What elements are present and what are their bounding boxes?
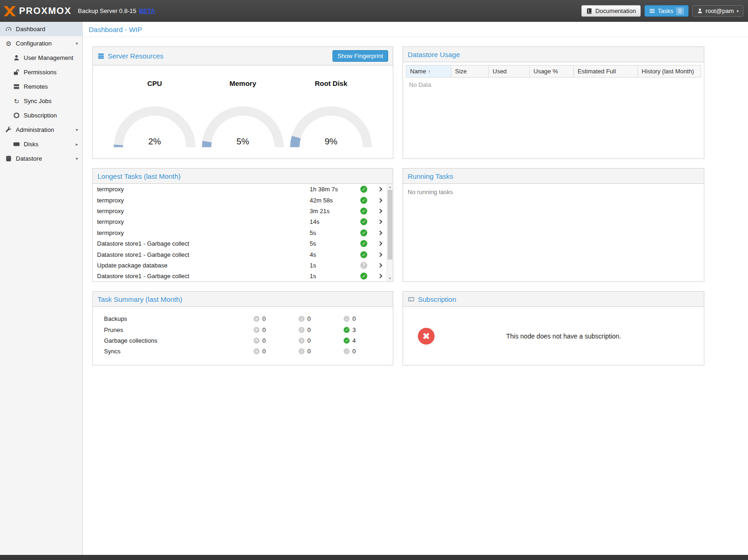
sidebar-item-subscription[interactable]: Subscription (0, 108, 82, 123)
gauge-label: Root Disk (287, 79, 375, 87)
column-header-estimated-full[interactable]: Estimated Full (574, 65, 638, 77)
task-duration: 14s (310, 218, 354, 225)
wrench-icon (5, 126, 13, 133)
column-header-name[interactable]: Name ↑ (406, 65, 451, 77)
task-status-icon (360, 186, 367, 193)
chevron-down-icon[interactable]: ▾ (76, 156, 78, 161)
summary-row: Garbage collections 0 0 4 (93, 335, 393, 346)
subscription-message: This node does not have a subscription. (435, 332, 693, 340)
scrollbar-thumb[interactable] (388, 190, 392, 260)
error-count: 0 (262, 315, 266, 322)
brand-wordmark: PROXMOX (19, 6, 72, 16)
column-header-used[interactable]: Used (489, 65, 530, 77)
chevron-right-icon[interactable] (373, 274, 387, 278)
column-header-usage-pct[interactable]: Usage % (530, 65, 574, 77)
datastore-usage-header: Datastore Usage (403, 47, 704, 62)
chevron-right-icon[interactable] (373, 231, 387, 234)
sort-ascending-icon: ↑ (428, 69, 431, 74)
chevron-right-icon[interactable] (373, 242, 387, 245)
tasks-button[interactable]: Tasks 0 (644, 5, 689, 17)
sidebar-item-administration[interactable]: Administration ▾ (0, 123, 82, 137)
task-row[interactable]: termproxy 42m 58s (93, 195, 387, 205)
cpu-gauge: CPU 2% (111, 79, 199, 158)
task-row[interactable]: termproxy 14s (93, 216, 387, 227)
task-name: termproxy (97, 186, 310, 193)
sidebar-item-label: Configuration (16, 40, 52, 47)
panel-title: Subscription (418, 295, 456, 303)
ok-count-icon (344, 348, 350, 354)
root-disk-gauge: Root Disk 9% (287, 79, 375, 158)
column-label: Used (493, 68, 507, 75)
task-list: termproxy 1h 38m 7s termproxy 42m 58s (93, 184, 387, 282)
chevron-right-icon[interactable] (373, 188, 387, 191)
column-header-size[interactable]: Size (451, 65, 489, 77)
chevron-right-icon[interactable]: ▸ (76, 142, 78, 147)
error-count: 0 (262, 326, 266, 333)
task-name: termproxy (97, 197, 310, 204)
running-tasks-header: Running Tasks (403, 169, 704, 184)
task-status-icon (360, 218, 367, 225)
chevron-down-icon[interactable]: ▾ (76, 41, 78, 46)
dashboard-grid: Server Resources Show Fingerprint CPU 2% (92, 46, 748, 365)
task-row[interactable]: termproxy 1h 38m 7s (93, 184, 387, 195)
ok-count: 0 (352, 348, 356, 355)
ok-count-icon (344, 338, 350, 344)
task-row[interactable]: Update package database 1s (93, 260, 387, 271)
chevron-right-icon[interactable] (373, 209, 387, 213)
product-version: Backup Server 0.8-15 (78, 7, 137, 14)
chevron-right-icon[interactable] (373, 220, 387, 223)
gauge-value: 5% (199, 137, 287, 147)
scroll-down-icon[interactable]: ▼ (387, 275, 393, 281)
warning-count-icon (299, 316, 305, 322)
sidebar-item-label: Datastore (16, 155, 42, 162)
server-icon (13, 83, 20, 90)
warning-count-icon (299, 327, 305, 333)
sidebar-item-dashboard[interactable]: Dashboard (0, 22, 82, 36)
task-row[interactable]: Datastore store1 - Garbage collect 5s (93, 238, 387, 249)
chevron-right-icon[interactable] (373, 264, 387, 267)
task-row[interactable]: Datastore store1 - Garbage collect 4s (93, 249, 387, 260)
sidebar-item-configuration[interactable]: ⚙ Configuration ▾ (0, 36, 82, 51)
scrollbar[interactable]: ▲ ▼ (387, 184, 393, 281)
column-header-history[interactable]: History (last Month) (638, 65, 701, 77)
sidebar-item-disks[interactable]: Disks ▸ (0, 137, 82, 151)
scroll-up-icon[interactable]: ▲ (387, 184, 393, 190)
task-summary-header: Task Summary (last Month) (93, 292, 393, 307)
sidebar-item-datastore[interactable]: Datastore ▾ (0, 151, 82, 166)
task-row[interactable]: termproxy 3m 21s (93, 206, 387, 216)
task-list-icon (649, 8, 655, 14)
summary-row: Backups 0 0 0 (93, 313, 393, 324)
task-duration: 1h 38m 7s (310, 186, 354, 193)
running-tasks-panel: Running Tasks No running tasks (403, 168, 704, 282)
task-duration: 42m 58s (310, 197, 354, 204)
task-status-icon (360, 273, 367, 280)
column-label: Usage % (533, 68, 558, 75)
show-fingerprint-button[interactable]: Show Fingerprint (332, 50, 388, 62)
documentation-button[interactable]: Documentation (581, 5, 640, 17)
gauge-label: CPU (111, 79, 199, 87)
chevron-down-icon[interactable]: ▾ (76, 127, 78, 132)
chevron-right-icon[interactable] (373, 199, 387, 202)
sidebar-item-label: Sync Jobs (24, 98, 52, 104)
error-count-icon (254, 316, 260, 322)
column-label: Estimated Full (578, 68, 616, 75)
user-menu-button[interactable]: root@pam ▾ (692, 5, 743, 17)
error-count-icon (254, 348, 260, 354)
sidebar-item-label: Disks (24, 141, 39, 148)
summary-row: Syncs 0 0 0 (93, 346, 393, 357)
beta-link[interactable]: BETA (139, 7, 155, 14)
task-row[interactable]: Datastore store1 - Garbage collect 1s (93, 271, 387, 281)
sidebar-item-permissions[interactable]: Permissions (0, 65, 82, 79)
ok-count: 0 (352, 315, 356, 322)
bottom-edge-bar (0, 555, 748, 560)
task-status-icon (360, 208, 367, 215)
sidebar-item-remotes[interactable]: Remotes (0, 79, 82, 94)
task-name: termproxy (97, 218, 310, 225)
sidebar-item-sync-jobs[interactable]: ↻ Sync Jobs (0, 94, 82, 108)
sidebar-item-user-management[interactable]: User Management (0, 51, 82, 65)
subscription-panel: Subscription ✖ This node does not have a… (403, 291, 704, 365)
task-duration: 4s (310, 251, 354, 258)
chevron-right-icon[interactable] (373, 253, 387, 256)
task-row[interactable]: termproxy 5s (93, 228, 387, 238)
error-count: 0 (262, 348, 266, 355)
